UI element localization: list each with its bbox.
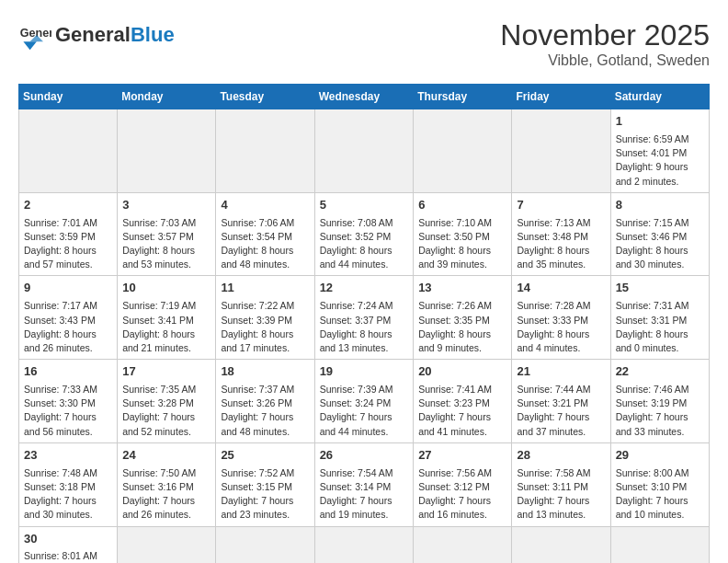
day-number: 18 [221, 363, 309, 381]
day-number: 2 [24, 197, 112, 214]
calendar-cell: 18Sunrise: 7:37 AM Sunset: 3:26 PM Dayli… [216, 360, 314, 443]
col-header-friday: Friday [512, 85, 610, 109]
day-number: 9 [24, 280, 112, 297]
day-number: 14 [517, 280, 605, 297]
col-header-tuesday: Tuesday [216, 85, 314, 109]
calendar-cell: 22Sunrise: 7:46 AM Sunset: 3:19 PM Dayli… [610, 360, 709, 443]
day-number: 3 [122, 197, 210, 214]
day-info: Sunrise: 7:26 AM Sunset: 3:35 PM Dayligh… [418, 299, 506, 355]
calendar-cell: 23Sunrise: 7:48 AM Sunset: 3:18 PM Dayli… [19, 442, 118, 526]
calendar-header-row: SundayMondayTuesdayWednesdayThursdayFrid… [19, 85, 710, 109]
day-number: 4 [221, 197, 309, 214]
day-number: 19 [320, 363, 409, 381]
col-header-sunday: Sunday [19, 85, 118, 109]
calendar-cell [118, 109, 216, 193]
day-number: 11 [221, 280, 309, 297]
day-info: Sunrise: 7:58 AM Sunset: 3:11 PM Dayligh… [517, 466, 605, 523]
calendar-cell: 16Sunrise: 7:33 AM Sunset: 3:30 PM Dayli… [19, 360, 118, 443]
calendar-cell [414, 526, 512, 563]
calendar-cell: 27Sunrise: 7:56 AM Sunset: 3:12 PM Dayli… [414, 442, 512, 526]
day-info: Sunrise: 7:39 AM Sunset: 3:24 PM Dayligh… [320, 383, 409, 439]
calendar-cell: 7Sunrise: 7:13 AM Sunset: 3:48 PM Daylig… [512, 192, 610, 276]
day-info: Sunrise: 7:15 AM Sunset: 3:46 PM Dayligh… [616, 216, 704, 272]
day-info: Sunrise: 7:41 AM Sunset: 3:23 PM Dayligh… [418, 383, 506, 439]
logo-text: GeneralBlue [55, 25, 175, 45]
day-number: 17 [122, 363, 210, 381]
day-number: 12 [320, 280, 409, 297]
day-info: Sunrise: 7:06 AM Sunset: 3:54 PM Dayligh… [221, 216, 309, 272]
calendar-cell: 11Sunrise: 7:22 AM Sunset: 3:39 PM Dayli… [216, 276, 314, 360]
day-number: 16 [24, 363, 112, 381]
day-info: Sunrise: 7:22 AM Sunset: 3:39 PM Dayligh… [221, 299, 309, 355]
day-number: 28 [517, 447, 605, 465]
day-number: 23 [24, 447, 112, 465]
day-number: 21 [517, 363, 605, 381]
day-number: 1 [616, 113, 704, 131]
calendar-cell: 19Sunrise: 7:39 AM Sunset: 3:24 PM Dayli… [314, 360, 414, 443]
calendar-cell: 5Sunrise: 7:08 AM Sunset: 3:52 PM Daylig… [314, 192, 414, 276]
subtitle: Vibble, Gotland, Sweden [500, 52, 710, 69]
svg-marker-1 [23, 41, 36, 50]
day-number: 22 [616, 363, 704, 381]
calendar-cell [314, 109, 414, 193]
calendar-cell [19, 109, 118, 193]
day-number: 5 [320, 197, 409, 214]
logo-icon: General [18, 18, 51, 52]
calendar-cell: 26Sunrise: 7:54 AM Sunset: 3:14 PM Dayli… [314, 442, 414, 526]
day-number: 26 [320, 447, 409, 465]
day-number: 6 [418, 197, 506, 214]
calendar-cell: 4Sunrise: 7:06 AM Sunset: 3:54 PM Daylig… [216, 192, 314, 276]
calendar-cell: 24Sunrise: 7:50 AM Sunset: 3:16 PM Dayli… [118, 442, 216, 526]
day-info: Sunrise: 7:46 AM Sunset: 3:19 PM Dayligh… [616, 383, 704, 439]
calendar-cell [216, 109, 314, 193]
day-info: Sunrise: 7:33 AM Sunset: 3:30 PM Dayligh… [24, 383, 112, 439]
day-number: 13 [418, 280, 506, 297]
calendar-cell [314, 526, 414, 563]
calendar-cell [512, 109, 610, 193]
day-number: 10 [122, 280, 210, 297]
calendar-cell: 10Sunrise: 7:19 AM Sunset: 3:41 PM Dayli… [118, 276, 216, 360]
day-info: Sunrise: 7:01 AM Sunset: 3:59 PM Dayligh… [24, 216, 112, 272]
col-header-saturday: Saturday [610, 85, 709, 109]
day-info: Sunrise: 7:35 AM Sunset: 3:28 PM Dayligh… [122, 383, 210, 439]
calendar-cell: 9Sunrise: 7:17 AM Sunset: 3:43 PM Daylig… [19, 276, 118, 360]
day-number: 20 [418, 363, 506, 381]
day-number: 15 [616, 280, 704, 297]
logo: General GeneralBlue [18, 18, 175, 52]
calendar-week-3: 16Sunrise: 7:33 AM Sunset: 3:30 PM Dayli… [19, 360, 710, 443]
col-header-monday: Monday [118, 85, 216, 109]
title-block: November 2025 Vibble, Gotland, Sweden [500, 18, 710, 69]
header: General GeneralBlue November 2025 Vibble… [18, 18, 710, 69]
day-info: Sunrise: 8:00 AM Sunset: 3:10 PM Dayligh… [616, 466, 704, 523]
day-info: Sunrise: 7:28 AM Sunset: 3:33 PM Dayligh… [517, 299, 605, 355]
day-number: 8 [616, 197, 704, 214]
day-number: 7 [517, 197, 605, 214]
day-info: Sunrise: 7:03 AM Sunset: 3:57 PM Dayligh… [122, 216, 210, 272]
calendar-cell: 21Sunrise: 7:44 AM Sunset: 3:21 PM Dayli… [512, 360, 610, 443]
day-info: Sunrise: 7:19 AM Sunset: 3:41 PM Dayligh… [122, 299, 210, 355]
calendar-cell: 13Sunrise: 7:26 AM Sunset: 3:35 PM Dayli… [414, 276, 512, 360]
calendar-cell [414, 109, 512, 193]
day-number: 24 [122, 447, 210, 465]
calendar-cell: 29Sunrise: 8:00 AM Sunset: 3:10 PM Dayli… [610, 442, 709, 526]
calendar-cell: 3Sunrise: 7:03 AM Sunset: 3:57 PM Daylig… [118, 192, 216, 276]
day-info: Sunrise: 7:56 AM Sunset: 3:12 PM Dayligh… [418, 466, 506, 523]
day-number: 29 [616, 447, 704, 465]
calendar-cell: 25Sunrise: 7:52 AM Sunset: 3:15 PM Dayli… [216, 442, 314, 526]
day-info: Sunrise: 7:17 AM Sunset: 3:43 PM Dayligh… [24, 299, 112, 355]
calendar-week-1: 2Sunrise: 7:01 AM Sunset: 3:59 PM Daylig… [19, 192, 710, 276]
day-info: Sunrise: 6:59 AM Sunset: 4:01 PM Dayligh… [616, 132, 704, 189]
calendar-cell: 12Sunrise: 7:24 AM Sunset: 3:37 PM Dayli… [314, 276, 414, 360]
calendar-week-0: 1Sunrise: 6:59 AM Sunset: 4:01 PM Daylig… [19, 109, 710, 193]
day-info: Sunrise: 7:31 AM Sunset: 3:31 PM Dayligh… [616, 299, 704, 355]
day-info: Sunrise: 7:10 AM Sunset: 3:50 PM Dayligh… [418, 216, 506, 272]
month-title: November 2025 [500, 18, 710, 52]
calendar-cell: 20Sunrise: 7:41 AM Sunset: 3:23 PM Dayli… [414, 360, 512, 443]
calendar-cell [610, 526, 709, 563]
day-number: 30 [24, 531, 112, 548]
col-header-thursday: Thursday [414, 85, 512, 109]
calendar-cell: 8Sunrise: 7:15 AM Sunset: 3:46 PM Daylig… [610, 192, 709, 276]
day-info: Sunrise: 7:48 AM Sunset: 3:18 PM Dayligh… [24, 466, 112, 523]
day-info: Sunrise: 7:44 AM Sunset: 3:21 PM Dayligh… [517, 383, 605, 439]
calendar-cell [216, 526, 314, 563]
